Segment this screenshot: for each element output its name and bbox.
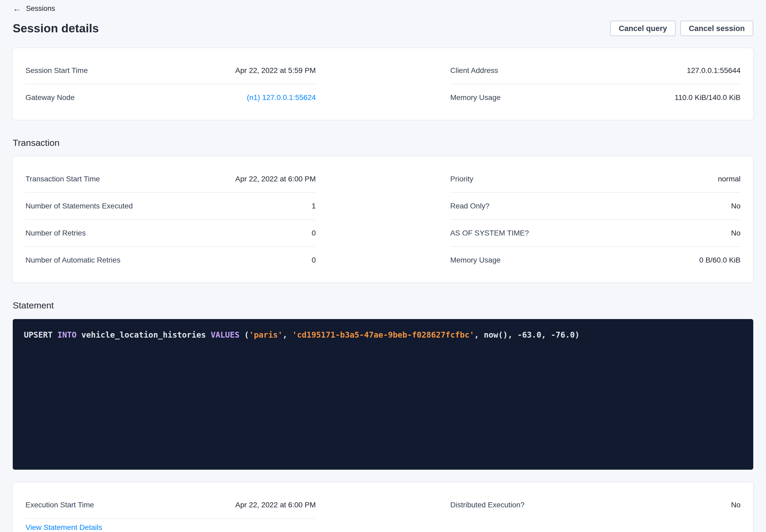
session-card-right-column: Client Address 127.0.0.1:55644 Memory Us… xyxy=(450,57,741,111)
gateway-node-row: Gateway Node (n1) 127.0.0.1:55624 xyxy=(25,84,316,111)
read-only-row: Read Only? No xyxy=(450,193,741,220)
row-label: Number of Statements Executed xyxy=(25,202,133,211)
row-value: 0 xyxy=(312,256,316,265)
back-arrow-icon: ← xyxy=(13,4,21,13)
transaction-memory-usage-row: Memory Usage 0 B/60.0 KiB xyxy=(450,247,741,273)
row-label: Client Address xyxy=(450,66,498,75)
row-value: 0 B/60.0 KiB xyxy=(699,256,741,265)
cancel-session-button[interactable]: Cancel session xyxy=(680,21,753,36)
row-label: Number of Automatic Retries xyxy=(25,256,120,265)
header-actions: Cancel query Cancel session xyxy=(610,21,753,36)
row-label: Memory Usage xyxy=(450,93,500,102)
row-value: No xyxy=(731,500,741,509)
sql-token-plain: , now(), -63.0, -76.0) xyxy=(474,330,580,339)
breadcrumb-label: Sessions xyxy=(26,4,55,13)
sql-token-keyword: INTO xyxy=(57,330,76,339)
as-of-system-time-row: AS OF SYSTEM TIME? No xyxy=(450,220,741,247)
statement-sql-box: UPSERT INTO vehicle_location_histories V… xyxy=(13,319,753,470)
row-value: 127.0.0.1:55644 xyxy=(687,66,741,75)
row-value: No xyxy=(731,229,741,238)
sql-token-plain: ( xyxy=(240,330,249,339)
row-value: 1 xyxy=(312,202,316,211)
priority-row: Priority normal xyxy=(450,166,741,193)
row-value: No xyxy=(731,202,741,211)
execution-card-left-column: Execution Start Time Apr 22, 2022 at 6:0… xyxy=(25,492,316,532)
row-label: Transaction Start Time xyxy=(25,175,100,184)
row-value: 110.0 KiB/140.0 KiB xyxy=(674,93,741,102)
row-label: AS OF SYSTEM TIME? xyxy=(450,229,529,238)
session-summary-card: Session Start Time Apr 22, 2022 at 5:59 … xyxy=(13,48,753,120)
sql-token-plain: vehicle_location_histories xyxy=(77,330,211,339)
row-label: Priority xyxy=(450,175,473,184)
automatic-retries-row: Number of Automatic Retries 0 xyxy=(25,247,316,273)
transaction-card-left-column: Transaction Start Time Apr 22, 2022 at 6… xyxy=(25,166,316,273)
row-value: normal xyxy=(718,175,741,184)
session-card-left-column: Session Start Time Apr 22, 2022 at 5:59 … xyxy=(25,57,316,111)
breadcrumb-back-sessions[interactable]: ← Sessions xyxy=(13,4,55,13)
transaction-card-right-column: Priority normal Read Only? No AS OF SYST… xyxy=(450,166,741,273)
sql-token-keyword: VALUES xyxy=(211,330,239,339)
row-label: Session Start Time xyxy=(25,66,88,75)
sql-token-plain: UPSERT xyxy=(24,330,57,339)
page-header: Session details Cancel query Cancel sess… xyxy=(13,21,753,36)
row-label: Number of Retries xyxy=(25,229,86,238)
row-label: Read Only? xyxy=(450,202,489,211)
row-value: Apr 22, 2022 at 5:59 PM xyxy=(235,66,316,75)
session-start-time-row: Session Start Time Apr 22, 2022 at 5:59 … xyxy=(25,57,316,84)
number-of-retries-row: Number of Retries 0 xyxy=(25,220,316,247)
execution-card-right-column: Distributed Execution? No xyxy=(450,492,741,532)
sql-token-plain: , xyxy=(282,330,292,339)
transaction-start-time-row: Transaction Start Time Apr 22, 2022 at 6… xyxy=(25,166,316,193)
sql-token-string: 'cd195171-b3a5-47ae-9beb-f028627fcfbc' xyxy=(292,330,474,339)
execution-card: Execution Start Time Apr 22, 2022 at 6:0… xyxy=(13,482,753,532)
row-value: 0 xyxy=(312,229,316,238)
row-label: Execution Start Time xyxy=(25,500,94,509)
row-label: Distributed Execution? xyxy=(450,500,524,509)
cancel-query-button[interactable]: Cancel query xyxy=(610,21,676,36)
distributed-execution-row: Distributed Execution? No xyxy=(450,492,741,518)
view-statement-details-link[interactable]: View Statement Details xyxy=(25,523,102,532)
transaction-card: Transaction Start Time Apr 22, 2022 at 6… xyxy=(13,156,753,282)
client-address-row: Client Address 127.0.0.1:55644 xyxy=(450,57,741,84)
statement-section-title: Statement xyxy=(13,300,753,311)
row-value: Apr 22, 2022 at 6:00 PM xyxy=(235,175,316,184)
gateway-node-link[interactable]: (n1) 127.0.0.1:55624 xyxy=(247,93,316,102)
row-label: Gateway Node xyxy=(25,93,75,102)
session-details-page: ← Sessions Session details Cancel query … xyxy=(0,0,766,532)
page-title: Session details xyxy=(13,22,99,35)
row-value: Apr 22, 2022 at 6:00 PM xyxy=(235,500,316,509)
sql-token-string: 'paris' xyxy=(249,330,282,339)
row-label: Memory Usage xyxy=(450,256,500,265)
execution-start-time-row: Execution Start Time Apr 22, 2022 at 6:0… xyxy=(25,492,316,519)
statements-executed-row: Number of Statements Executed 1 xyxy=(25,193,316,220)
statement-sql-text: UPSERT INTO vehicle_location_histories V… xyxy=(24,330,580,339)
transaction-section-title: Transaction xyxy=(13,137,753,148)
session-memory-usage-row: Memory Usage 110.0 KiB/140.0 KiB xyxy=(450,84,741,111)
